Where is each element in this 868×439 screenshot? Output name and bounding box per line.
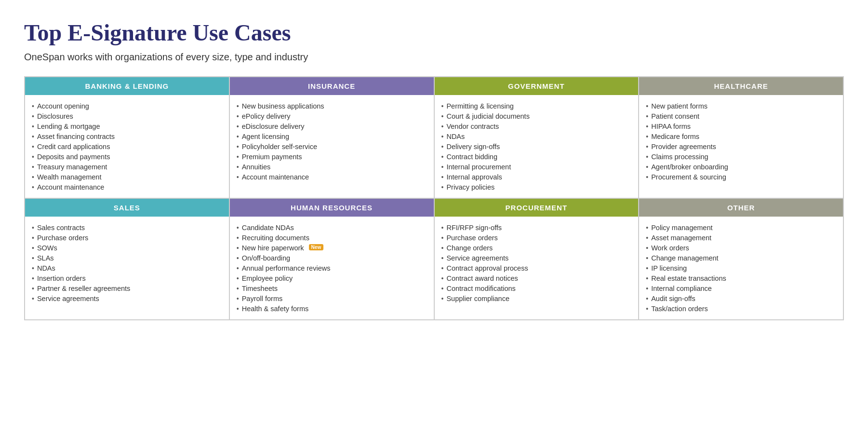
list-item: Agent/broker onboarding (646, 162, 836, 172)
list-item: Partner & reseller agreements (32, 283, 222, 293)
cell-0-3: HEALTHCARENew patient formsPatient conse… (639, 77, 843, 198)
list-item: Purchase orders (32, 233, 222, 243)
cell-1-0: SALESSales contractsPurchase ordersSOWsS… (25, 198, 229, 320)
list-item: Purchase orders (441, 233, 632, 243)
list-item: Agent licensing (237, 131, 427, 141)
cell-body-0-1: New business applicationsePolicy deliver… (230, 95, 434, 188)
list-item: Candidate NDAs (237, 222, 427, 233)
list-item: NDAs (32, 263, 222, 273)
cell-header-1-3: OTHER (639, 199, 843, 217)
list-item: Work orders (646, 243, 836, 253)
cell-1-1: HUMAN RESOURCESCandidate NDAsRecruiting … (229, 198, 434, 320)
list-item: Lending & mortgage (32, 121, 222, 131)
list-item: Procurement & sourcing (646, 172, 836, 182)
list-item: Annuities (237, 162, 427, 172)
list-item: Account opening (32, 101, 222, 111)
list-item: Internal compliance (646, 283, 836, 293)
cell-header-1-2: PROCUREMENT (435, 199, 639, 217)
page-subtitle: OneSpan works with organizations of ever… (24, 52, 844, 63)
list-item: Task/action orders (646, 303, 836, 314)
list-item: Change management (646, 253, 836, 263)
list-item: Recruiting documents (237, 233, 427, 243)
cell-body-0-3: New patient formsPatient consentHIPAA fo… (639, 95, 843, 188)
list-item: New business applications (237, 101, 427, 111)
cell-body-1-2: RFI/RFP sign-offsPurchase ordersChange o… (435, 217, 639, 309)
list-item: New patient forms (646, 101, 836, 111)
list-item: Annual performance reviews (237, 263, 427, 273)
list-item: Wealth management (32, 172, 222, 182)
list-item: Timesheets (237, 283, 427, 293)
cell-0-0: BANKING & LENDINGAccount openingDisclosu… (25, 77, 229, 198)
list-item: Change orders (441, 243, 632, 253)
list-item: Contract bidding (441, 151, 632, 162)
list-item: Permitting & licensing (441, 101, 632, 111)
cell-body-0-0: Account openingDisclosuresLending & mort… (25, 95, 229, 198)
list-item: Vendor contracts (441, 121, 632, 131)
cell-header-0-1: INSURANCE (230, 77, 434, 95)
list-item: NDAs (441, 131, 632, 141)
list-item: Contract approval process (441, 263, 632, 273)
list-item: Supplier compliance (441, 293, 632, 303)
page-title: Top E-Signature Use Cases (24, 19, 844, 46)
cell-body-0-2: Permitting & licensingCourt & judicial d… (435, 95, 639, 198)
list-item: Disclosures (32, 111, 222, 121)
list-item: Internal procurement (441, 162, 632, 172)
list-item: Account maintenance (237, 172, 427, 182)
list-item: New hire paperwork New (237, 243, 427, 253)
list-item: Claims processing (646, 151, 836, 162)
list-item: Payroll forms (237, 293, 427, 303)
cell-header-0-3: HEALTHCARE (639, 77, 843, 95)
list-item: Policyholder self-service (237, 141, 427, 151)
list-item: Credit card applications (32, 141, 222, 151)
list-item: Internal approvals (441, 172, 632, 182)
list-item: Insertion orders (32, 273, 222, 283)
cell-header-1-1: HUMAN RESOURCES (230, 199, 434, 217)
list-item: SOWs (32, 243, 222, 253)
list-item: Health & safety forms (237, 303, 427, 314)
list-item: Court & judicial documents (441, 111, 632, 121)
list-item: Sales contracts (32, 222, 222, 233)
cell-0-2: GOVERNMENTPermitting & licensingCourt & … (434, 77, 639, 198)
list-item: Contract award notices (441, 273, 632, 283)
list-item: Delivery sign-offs (441, 141, 632, 151)
list-item: SLAs (32, 253, 222, 263)
list-item: Employee policy (237, 273, 427, 283)
cell-0-1: INSURANCENew business applicationsePolic… (229, 77, 434, 198)
list-item: Service agreements (441, 253, 632, 263)
list-item: Audit sign-offs (646, 293, 836, 303)
use-cases-grid: BANKING & LENDINGAccount openingDisclosu… (24, 76, 844, 320)
list-item: Provider agreements (646, 141, 836, 151)
list-item: Asset financing contracts (32, 131, 222, 141)
list-item: Patient consent (646, 111, 836, 121)
list-item: HIPAA forms (646, 121, 836, 131)
list-item: Asset management (646, 233, 836, 243)
cell-header-1-0: SALES (25, 199, 229, 217)
cell-1-2: PROCUREMENTRFI/RFP sign-offsPurchase ord… (434, 198, 639, 320)
list-item: Privacy policies (441, 182, 632, 192)
cell-body-1-3: Policy managementAsset managementWork or… (639, 217, 843, 319)
new-badge: New (309, 244, 324, 250)
list-item: Account maintenance (32, 182, 222, 192)
list-item: Treasury management (32, 162, 222, 172)
list-item: Policy management (646, 222, 836, 233)
list-item: eDisclosure delivery (237, 121, 427, 131)
cell-1-3: OTHERPolicy managementAsset managementWo… (639, 198, 843, 320)
list-item: ePolicy delivery (237, 111, 427, 121)
list-item: IP licensing (646, 263, 836, 273)
cell-header-0-0: BANKING & LENDING (25, 77, 229, 95)
list-item: Contract modifications (441, 283, 632, 293)
list-item: Deposits and payments (32, 151, 222, 162)
cell-body-1-0: Sales contractsPurchase ordersSOWsSLAsND… (25, 217, 229, 309)
list-item: Real estate transactions (646, 273, 836, 283)
list-item: On/off-boarding (237, 253, 427, 263)
list-item: RFI/RFP sign-offs (441, 222, 632, 233)
cell-body-1-1: Candidate NDAsRecruiting documentsNew hi… (230, 217, 434, 319)
cell-header-0-2: GOVERNMENT (435, 77, 639, 95)
list-item: Medicare forms (646, 131, 836, 141)
list-item: Premium payments (237, 151, 427, 162)
list-item: Service agreements (32, 293, 222, 303)
